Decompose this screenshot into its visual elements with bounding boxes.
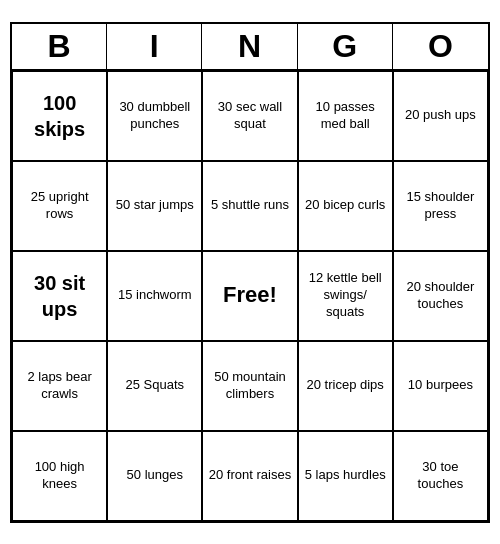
bingo-cell[interactable]: 20 shoulder touches [393, 251, 488, 341]
cell-label: 25 upright rows [17, 189, 102, 223]
cell-label: 5 laps hurdles [305, 467, 386, 484]
cell-label: 20 bicep curls [305, 197, 385, 214]
bingo-cell[interactable]: 25 Squats [107, 341, 202, 431]
bingo-cell[interactable]: 15 shoulder press [393, 161, 488, 251]
bingo-cell[interactable]: 50 mountain climbers [202, 341, 297, 431]
bingo-cell[interactable]: 20 tricep dips [298, 341, 393, 431]
bingo-cell[interactable]: 20 bicep curls [298, 161, 393, 251]
cell-label: 15 inchworm [118, 287, 192, 304]
bingo-grid: 100 skips30 dumbbell punches30 sec wall … [12, 71, 488, 521]
header-letter: I [107, 24, 202, 69]
cell-label: 30 sit ups [17, 270, 102, 322]
bingo-cell[interactable]: 20 front raises [202, 431, 297, 521]
cell-label: 10 burpees [408, 377, 473, 394]
bingo-cell[interactable]: 50 lunges [107, 431, 202, 521]
cell-label: 20 shoulder touches [398, 279, 483, 313]
bingo-cell[interactable]: 5 shuttle runs [202, 161, 297, 251]
cell-label: 50 mountain climbers [207, 369, 292, 403]
cell-label: 20 tricep dips [307, 377, 384, 394]
bingo-cell[interactable]: 30 sit ups [12, 251, 107, 341]
bingo-cell[interactable]: 20 push ups [393, 71, 488, 161]
cell-label: 30 toe touches [398, 459, 483, 493]
header-letter: O [393, 24, 488, 69]
cell-label: 2 laps bear crawls [17, 369, 102, 403]
header-letter: B [12, 24, 107, 69]
bingo-cell[interactable]: 2 laps bear crawls [12, 341, 107, 431]
cell-label: Free! [223, 281, 277, 310]
cell-label: 50 lunges [127, 467, 183, 484]
bingo-header: BINGO [12, 24, 488, 71]
cell-label: 50 star jumps [116, 197, 194, 214]
bingo-cell[interactable]: 25 upright rows [12, 161, 107, 251]
cell-label: 100 skips [17, 90, 102, 142]
bingo-cell[interactable]: 100 skips [12, 71, 107, 161]
bingo-cell[interactable]: 30 toe touches [393, 431, 488, 521]
cell-label: 20 front raises [209, 467, 291, 484]
bingo-card: BINGO 100 skips30 dumbbell punches30 sec… [10, 22, 490, 523]
bingo-cell[interactable]: 100 high knees [12, 431, 107, 521]
header-letter: G [298, 24, 393, 69]
cell-label: 5 shuttle runs [211, 197, 289, 214]
cell-label: 100 high knees [17, 459, 102, 493]
cell-label: 20 push ups [405, 107, 476, 124]
cell-label: 15 shoulder press [398, 189, 483, 223]
cell-label: 25 Squats [126, 377, 185, 394]
bingo-cell[interactable]: 10 burpees [393, 341, 488, 431]
cell-label: 30 sec wall squat [207, 99, 292, 133]
bingo-cell[interactable]: Free! [202, 251, 297, 341]
bingo-cell[interactable]: 5 laps hurdles [298, 431, 393, 521]
bingo-cell[interactable]: 15 inchworm [107, 251, 202, 341]
cell-label: 10 passes med ball [303, 99, 388, 133]
bingo-cell[interactable]: 50 star jumps [107, 161, 202, 251]
bingo-cell[interactable]: 30 dumbbell punches [107, 71, 202, 161]
header-letter: N [202, 24, 297, 69]
bingo-cell[interactable]: 12 kettle bell swings/ squats [298, 251, 393, 341]
bingo-cell[interactable]: 30 sec wall squat [202, 71, 297, 161]
cell-label: 12 kettle bell swings/ squats [303, 270, 388, 321]
bingo-cell[interactable]: 10 passes med ball [298, 71, 393, 161]
cell-label: 30 dumbbell punches [112, 99, 197, 133]
